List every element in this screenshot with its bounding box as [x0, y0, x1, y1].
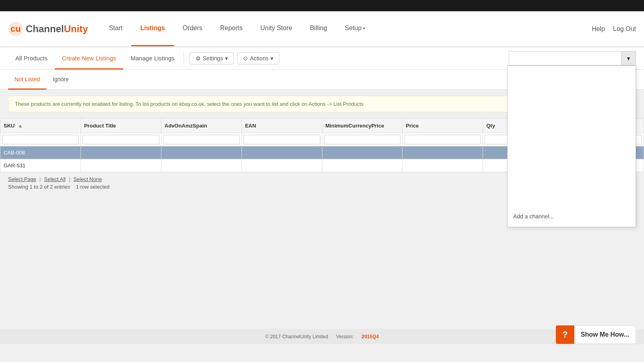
settings-button[interactable]: ⚙ Settings ▾ [190, 52, 234, 64]
row1-sku: CAB-008 [0, 146, 81, 159]
showing-text: Showing 1 to 2 of 2 entries 1 row select… [8, 184, 109, 190]
actions-button[interactable]: ⊙ Actions ▾ [237, 52, 279, 64]
actions-label: Actions [250, 55, 268, 62]
nav-unity-store[interactable]: Unity Store [252, 11, 301, 46]
add-channel-link[interactable]: Add a channel... [512, 210, 632, 223]
row2-sku: GAR-531 [0, 159, 81, 172]
rows-selected: 1 row selected [76, 184, 109, 190]
channel-select-input[interactable] [509, 51, 621, 66]
nav-help[interactable]: Help [592, 25, 605, 33]
filter-min-currency-price[interactable] [324, 135, 401, 144]
actions-arrow-icon: ▾ [270, 55, 273, 62]
channel-dropdown-button[interactable]: ▾ [621, 51, 636, 66]
sub-tab-ignore[interactable]: Ignore [46, 70, 75, 90]
tab-bar: All Products Create New Listings Manage … [0, 47, 644, 70]
col-price[interactable]: Price [402, 119, 483, 133]
filter-adv-amz-spain[interactable] [163, 135, 240, 144]
sub-tab-not-listed[interactable]: Not Listed [8, 70, 46, 90]
svg-text:cu: cu [10, 24, 21, 34]
actions-icon: ⊙ [243, 55, 248, 62]
settings-icon: ⚙ [196, 55, 201, 62]
col-ean[interactable]: EAN [242, 119, 322, 133]
nav-logout[interactable]: Log Out [613, 25, 636, 33]
logo-unity: Unity [64, 23, 88, 35]
main-content: All Products Create New Listings Manage … [0, 47, 644, 329]
logo-icon: cu [8, 21, 23, 37]
row1-ean [242, 146, 322, 159]
footer-sep-2: | [69, 176, 70, 182]
row1-title [80, 146, 161, 159]
filter-price[interactable] [404, 135, 481, 144]
filter-product-title[interactable] [83, 135, 159, 144]
show-me-how-button[interactable]: ? Show Me How... [556, 325, 636, 344]
footer-links: Select Page | Select All | Select None [8, 176, 109, 182]
nav-start[interactable]: Start [100, 11, 132, 46]
tab-manage-listings[interactable]: Manage Listings [123, 48, 182, 70]
footer-sep-1: | [39, 176, 41, 182]
select-none-link[interactable]: Select None [73, 176, 102, 182]
setup-arrow-icon: ▾ [363, 26, 365, 31]
nav-setup[interactable]: Setup ▾ [336, 11, 374, 46]
show-me-icon: ? [556, 325, 574, 344]
tab-all-products[interactable]: All Products [8, 48, 55, 70]
row1-min-price [322, 146, 402, 159]
logo[interactable]: cu ChannelUnity [8, 21, 88, 37]
tab-divider [184, 52, 184, 64]
page-footer: © 2017 ChannelUnity Limited Version: 201… [0, 329, 644, 344]
select-page-link[interactable]: Select Page [8, 176, 36, 182]
top-bar [0, 0, 644, 11]
version-value: 2015Q4 [361, 334, 379, 339]
filter-ean[interactable] [244, 135, 320, 144]
col-adv-amz-spain[interactable]: AdvOnAmzSpain [161, 119, 242, 133]
nav-right: Help Log Out [592, 25, 636, 33]
showing-entries: Showing 1 to 2 of 2 entries [8, 184, 70, 190]
col-sku[interactable]: SKU ▲ [0, 119, 81, 133]
row1-price [402, 146, 483, 159]
settings-arrow-icon: ▾ [225, 55, 228, 62]
header: cu ChannelUnity Start Listings Orders Re… [0, 11, 644, 47]
copyright-text: © 2017 ChannelUnity Limited [265, 334, 328, 339]
footer-left: Select Page | Select All | Select None S… [8, 176, 109, 190]
row2-price [402, 159, 483, 172]
filter-sku[interactable] [2, 135, 79, 144]
channel-dropdown-panel: Add a channel... [507, 66, 636, 227]
channel-select-wrapper: ▾ Add a channel... [509, 51, 636, 66]
col-product-title[interactable]: Product Title [80, 119, 161, 133]
row2-min-price [322, 159, 402, 172]
row1-adv [161, 146, 242, 159]
main-nav: Start Listings Orders Reports Unity Stor… [100, 11, 592, 46]
show-me-label: Show Me How... [574, 325, 636, 344]
nav-billing[interactable]: Billing [301, 11, 336, 46]
row2-title [80, 159, 161, 172]
row2-ean [242, 159, 322, 172]
nav-reports[interactable]: Reports [211, 11, 252, 46]
tab-actions: ⚙ Settings ▾ ⊙ Actions ▾ [190, 52, 280, 64]
select-all-link[interactable]: Select All [44, 176, 66, 182]
logo-channel: Channel [26, 23, 64, 35]
tab-create-new-listings[interactable]: Create New Listings [55, 48, 123, 70]
col-min-currency-price[interactable]: MinimumCurrencyPrice [322, 119, 402, 133]
nav-orders[interactable]: Orders [174, 11, 211, 46]
version-label: Version: [336, 334, 353, 339]
notice-text: These products are currently not enabled… [15, 101, 363, 107]
channel-dropdown-content: Add a channel... [508, 66, 636, 227]
settings-label: Settings [203, 55, 223, 62]
dropdown-arrow-icon: ▾ [627, 55, 630, 62]
nav-listings[interactable]: Listings [131, 11, 173, 46]
row2-adv [161, 159, 242, 172]
sku-sort-icon: ▲ [18, 123, 23, 129]
